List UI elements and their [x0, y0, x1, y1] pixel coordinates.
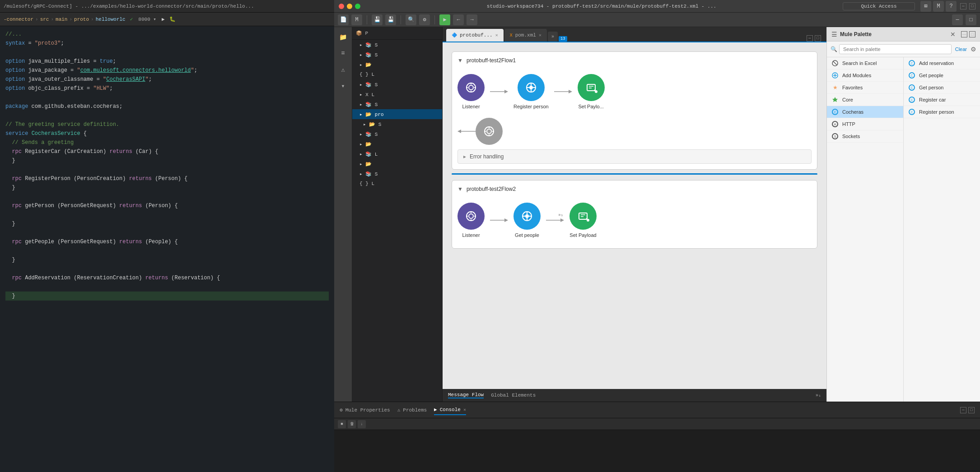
tab-more-btn[interactable]: »	[548, 32, 558, 42]
tree-item-15[interactable]: { } L	[352, 179, 442, 189]
svg-point-1	[469, 85, 473, 90]
tree-item-14[interactable]: ▸ 📚 S	[352, 169, 442, 179]
save-all-icon[interactable]: 💾	[385, 14, 396, 25]
global-elements-tab[interactable]: Global Elements	[491, 393, 536, 398]
console-icon: ▶	[434, 407, 437, 412]
palette-http[interactable]: H HTTP	[827, 118, 903, 130]
canvas-minimize[interactable]: —	[807, 35, 813, 42]
palette-close-btn[interactable]: ✕	[950, 31, 956, 38]
outline-icon[interactable]: ≡	[337, 47, 350, 60]
bug-icon[interactable]: 🐛	[169, 16, 176, 22]
help-icon[interactable]: ?	[946, 1, 957, 12]
win-minimize[interactable]: —	[960, 3, 966, 9]
minimize-toolbar-icon[interactable]: —	[952, 14, 963, 25]
minimize-traffic-light[interactable]	[347, 4, 352, 9]
palette-get-people[interactable]: C Get people	[904, 69, 980, 82]
console-tab-close[interactable]: ✕	[463, 407, 466, 412]
bottom-tab-problems[interactable]: ⚠ Problems	[397, 405, 427, 415]
palette-sockets[interactable]: S Sockets	[827, 130, 903, 143]
maximize-toolbar-icon[interactable]: □	[966, 14, 976, 25]
problems-icon: ⚠	[397, 407, 401, 413]
code-line-14: rpc RegisterCar (CarCreation) returns (C…	[5, 147, 329, 156]
code-line-18: }	[5, 183, 329, 192]
svg-rect-16	[587, 84, 595, 91]
set-payload-component[interactable]: Set Paylo...	[578, 74, 605, 109]
console-clear-btn[interactable]: 🗑	[348, 420, 356, 428]
tab-protobuf[interactable]: 🔷 protobuf... ✕	[446, 29, 504, 42]
settings-icon[interactable]: ⚙	[419, 14, 430, 25]
palette-maximize[interactable]: □	[969, 31, 975, 37]
tree-item-4[interactable]: { } L	[352, 69, 442, 79]
run-icon[interactable]: ▶	[162, 16, 165, 22]
tree-item-5[interactable]: ▸ 📚 S	[352, 79, 442, 89]
arrow-down-icon[interactable]: ▾	[337, 79, 350, 92]
pom-tab-icon: X	[510, 33, 513, 38]
palette-get-person[interactable]: C Get person	[904, 82, 980, 94]
arrow-4: »₁	[546, 216, 564, 225]
back-icon[interactable]: ←	[453, 14, 464, 25]
canvas-maximize[interactable]: □	[815, 35, 821, 42]
mule-icon[interactable]: M	[933, 1, 944, 12]
tab-pom[interactable]: X pom.xml ✕	[504, 29, 547, 42]
tree-item-10[interactable]: ▸ 📚 S	[352, 129, 442, 139]
bottom-tab-console[interactable]: ▶ Console ✕	[434, 405, 466, 415]
palette-minimize[interactable]: —	[961, 31, 967, 37]
set-payload2-component[interactable]: Set Payload	[569, 203, 597, 238]
palette-cocheras[interactable]: C Cocheras	[827, 106, 903, 118]
palette-settings-icon[interactable]: ⚙	[971, 46, 976, 53]
search-toolbar-icon[interactable]: 🔍	[406, 14, 416, 25]
layout-icon[interactable]: ⊞	[920, 1, 931, 12]
palette-register-car[interactable]: C Register car	[904, 94, 980, 106]
palette-core[interactable]: Core	[827, 94, 903, 106]
flow-1-expand-icon[interactable]: ▼	[457, 57, 463, 64]
tree-item-2[interactable]: ▸ 📚 S	[352, 50, 442, 60]
tab-protobuf-close[interactable]: ✕	[495, 32, 498, 38]
message-flow-tab[interactable]: Message Flow	[448, 392, 484, 398]
grey-component[interactable]	[476, 118, 503, 145]
register-person-component[interactable]: Register person	[513, 74, 549, 109]
forward-icon[interactable]: →	[467, 14, 477, 25]
palette-clear-btn[interactable]: Clear	[953, 46, 969, 53]
tree-item-6[interactable]: ▸ X L	[352, 89, 442, 99]
code-line-20: rpc getPerson (PersonGetRequest) returns…	[5, 201, 329, 210]
palette-add-reservation[interactable]: C Add reservation	[904, 57, 980, 69]
mule-toolbar-icon[interactable]: M	[351, 14, 362, 25]
palette-register-person[interactable]: C Register person	[904, 106, 980, 118]
run-toolbar-btn[interactable]: ▶	[439, 14, 450, 25]
palette-search-input[interactable]	[839, 44, 952, 54]
package-explorer-icon[interactable]: 📁	[337, 31, 350, 43]
tree-item-12[interactable]: ▸ 📚 L	[352, 149, 442, 159]
palette-search-excel[interactable]: Search in Excel	[827, 57, 903, 69]
console-scroll-btn[interactable]: ↓	[358, 420, 366, 428]
back-arrow	[457, 127, 476, 136]
maximize-traffic-light[interactable]	[355, 4, 360, 9]
flow-2-expand-icon[interactable]: ▼	[457, 186, 463, 192]
tab-pom-close[interactable]: ✕	[539, 32, 541, 38]
new-file-icon[interactable]: 📄	[338, 14, 349, 25]
listener-component[interactable]: Listener	[457, 74, 485, 109]
tree-item-3[interactable]: ▸ 📂	[352, 60, 442, 69]
palette-favorites[interactable]: ★ Favorites	[827, 82, 903, 94]
close-traffic-light[interactable]	[339, 4, 344, 9]
set-payload2-label: Set Payload	[569, 232, 596, 238]
bottom-tab-properties[interactable]: ⚙ Mule Properties	[340, 405, 390, 415]
arrow-badge: »₁	[557, 212, 564, 218]
tree-item-1[interactable]: ▸ 📚 S	[352, 40, 442, 50]
problems-sidebar-icon[interactable]: ⚠	[337, 63, 350, 76]
win-maximize[interactable]: □	[969, 3, 975, 9]
tree-item-13[interactable]: ▸ 📂	[352, 159, 442, 169]
save-icon[interactable]: 💾	[372, 14, 383, 25]
error-handling-bar[interactable]: ▸ Error handling	[457, 149, 812, 164]
tree-item-11[interactable]: ▸ 📂	[352, 139, 442, 149]
flow-2-components: Listener Get people	[457, 198, 812, 243]
get-people-component[interactable]: Get people	[513, 203, 541, 238]
bottom-minimize[interactable]: —	[960, 407, 966, 413]
tree-item-8[interactable]: ▸ 📂 pro	[352, 109, 442, 119]
window-controls: — □	[960, 3, 975, 9]
tree-item-9[interactable]: ▸ 📂 S	[352, 119, 442, 129]
tree-item-7[interactable]: ▸ 📚 S	[352, 99, 442, 109]
listener2-component[interactable]: Listener	[457, 203, 485, 238]
console-stop-btn[interactable]: ■	[338, 420, 346, 428]
bottom-maximize[interactable]: □	[968, 407, 975, 413]
palette-add-modules[interactable]: Add Modules	[827, 69, 903, 82]
